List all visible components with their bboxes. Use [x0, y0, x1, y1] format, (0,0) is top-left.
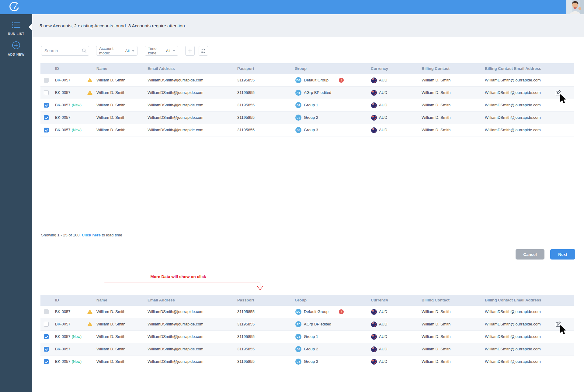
- cell-currency: AUD: [379, 124, 387, 136]
- mouse-cursor: [560, 325, 567, 336]
- cell-currency: AUD: [379, 99, 387, 111]
- cell-group: Default Group: [304, 306, 328, 318]
- new-badge: (New): [72, 99, 82, 111]
- table-body: BK-0057 William D. Smith WilliamDSmith@j…: [40, 306, 574, 368]
- chevron-down-icon: [132, 50, 134, 52]
- table-row: BK-0057 William D. Smith WilliamDSmith@j…: [40, 343, 574, 356]
- column-header: ID: [55, 295, 59, 306]
- new-badge: (New): [72, 331, 82, 343]
- group-badge: DG: [295, 309, 301, 315]
- cell-currency: AUD: [379, 306, 387, 318]
- table-row: BK-0057 William D. Smith WilliamDSmith@j…: [40, 87, 574, 99]
- cell-email: WilliamDSmith@jourrapide.com: [148, 356, 203, 368]
- account-mode-select[interactable]: Account mode: All: [96, 46, 137, 56]
- sidebar-item-run-list[interactable]: RUN LIST: [0, 21, 32, 36]
- row-checkbox[interactable]: [44, 90, 49, 95]
- accounts-table-preview: IDNameEmail AddressPassportGroupCurrency…: [40, 295, 574, 368]
- column-header: Billing Contact Email Address: [485, 295, 541, 306]
- cell-billing-email: WilliamDSmith@jourrapide.com: [485, 99, 541, 111]
- table-row: BK-0057 (New) William D. Smith WilliamDS…: [40, 124, 574, 136]
- next-button[interactable]: Next: [550, 249, 575, 260]
- cell-email: WilliamDSmith@jourrapide.com: [148, 74, 203, 86]
- sidebar-item-label: RUN LIST: [0, 32, 32, 36]
- row-checkbox[interactable]: [44, 309, 49, 314]
- table-row: BK-0057 William D. Smith WilliamDSmith@j…: [40, 112, 574, 124]
- cell-name: William D. Smith: [96, 87, 125, 99]
- column-header: Name: [96, 63, 107, 74]
- cell-passport: 31195855: [237, 343, 255, 355]
- aud-flag-icon: [371, 322, 377, 328]
- column-header: Currency: [371, 63, 388, 74]
- cell-email: WilliamDSmith@jourrapide.com: [148, 124, 203, 136]
- column-header: Billing Contact: [422, 63, 450, 74]
- active-item-notch: [29, 23, 32, 31]
- user-avatar[interactable]: [566, 0, 584, 14]
- cell-id: BK-0057: [55, 331, 71, 343]
- pagination-status: Showing 1 - 25 of 100. Click here to loa…: [41, 233, 122, 237]
- annotation-label: More Data will show on click: [97, 274, 259, 279]
- column-header: Currency: [371, 295, 388, 306]
- cell-id: BK-0057: [55, 112, 71, 124]
- cell-group: AGrp BP edited: [304, 318, 331, 330]
- group-badge: AE: [295, 90, 301, 96]
- column-header: Name: [96, 295, 107, 306]
- row-checkbox[interactable]: [44, 103, 49, 108]
- warning-icon: [87, 309, 92, 315]
- cell-group: Group 1: [304, 331, 318, 343]
- app-logo-icon[interactable]: [8, 1, 21, 15]
- cell-billing-contact: William D. Smith: [422, 124, 450, 136]
- cell-name: William D. Smith: [96, 343, 125, 355]
- cell-passport: 31195855: [237, 331, 255, 343]
- row-checkbox[interactable]: [44, 115, 49, 120]
- cell-currency: AUD: [379, 356, 387, 368]
- top-bar: [0, 0, 584, 14]
- summary-message: 5 new Accounts, 2 existing Accounts foun…: [40, 14, 186, 37]
- sidebar-item-add-new[interactable]: ADD NEW: [0, 41, 32, 56]
- table-row: BK-0057 William D. Smith WilliamDSmith@j…: [40, 74, 574, 87]
- cell-id: BK-0057: [55, 356, 71, 368]
- cell-billing-contact: William D. Smith: [422, 87, 450, 99]
- row-checkbox[interactable]: [44, 78, 49, 83]
- aud-flag-icon: [371, 102, 377, 109]
- cell-group: Group 2: [304, 343, 318, 355]
- table-row: BK-0057 (New) William D. Smith WilliamDS…: [40, 356, 574, 368]
- time-zone-select[interactable]: Time zone: All: [145, 46, 178, 56]
- footer-divider: [32, 244, 584, 244]
- load-time-link[interactable]: Click here: [82, 233, 101, 237]
- column-header: ID: [55, 63, 59, 74]
- table-header: IDNameEmail AddressPassportGroupCurrency…: [40, 63, 574, 74]
- row-checkbox[interactable]: [44, 322, 49, 327]
- row-checkbox[interactable]: [44, 128, 49, 132]
- alert-icon: [339, 309, 344, 314]
- cell-email: WilliamDSmith@jourrapide.com: [148, 112, 203, 124]
- add-row-button[interactable]: [185, 46, 195, 56]
- new-badge: (New): [72, 356, 82, 368]
- cell-group: Default Group: [304, 74, 328, 86]
- table-row: BK-0057 William D. Smith WilliamDSmith@j…: [40, 318, 574, 331]
- group-badge: AE: [295, 321, 301, 327]
- row-checkbox[interactable]: [44, 359, 49, 364]
- group-badge: G1: [295, 334, 301, 340]
- row-checkbox[interactable]: [44, 334, 49, 339]
- cell-email: WilliamDSmith@jourrapide.com: [148, 331, 203, 343]
- column-header: Passport: [237, 63, 254, 74]
- cell-passport: 31195855: [237, 356, 255, 368]
- row-checkbox[interactable]: [44, 347, 49, 352]
- cell-billing-email: WilliamDSmith@jourrapide.com: [485, 124, 541, 136]
- table-header: IDNameEmail AddressPassportGroupCurrency…: [40, 295, 574, 306]
- warning-icon: [87, 322, 92, 328]
- cell-billing-email: WilliamDSmith@jourrapide.com: [485, 87, 541, 99]
- summary-banner: 5 new Accounts, 2 existing Accounts foun…: [32, 14, 584, 37]
- cell-group: Group 1: [304, 99, 318, 111]
- table-row: BK-0057 (New) William D. Smith WilliamDS…: [40, 99, 574, 112]
- account-import-page: RUN LIST ADD NEW 5 new Accounts, 2 exist…: [0, 0, 584, 392]
- cell-passport: 31195855: [237, 124, 255, 136]
- cell-passport: 31195855: [237, 74, 255, 86]
- cancel-button[interactable]: Cancel: [516, 249, 544, 260]
- refresh-button[interactable]: [199, 46, 208, 56]
- aud-flag-icon: [371, 77, 377, 84]
- cell-currency: AUD: [379, 87, 387, 99]
- cell-name: William D. Smith: [96, 112, 125, 124]
- column-header: Email Address: [148, 295, 175, 306]
- cell-currency: AUD: [379, 74, 387, 86]
